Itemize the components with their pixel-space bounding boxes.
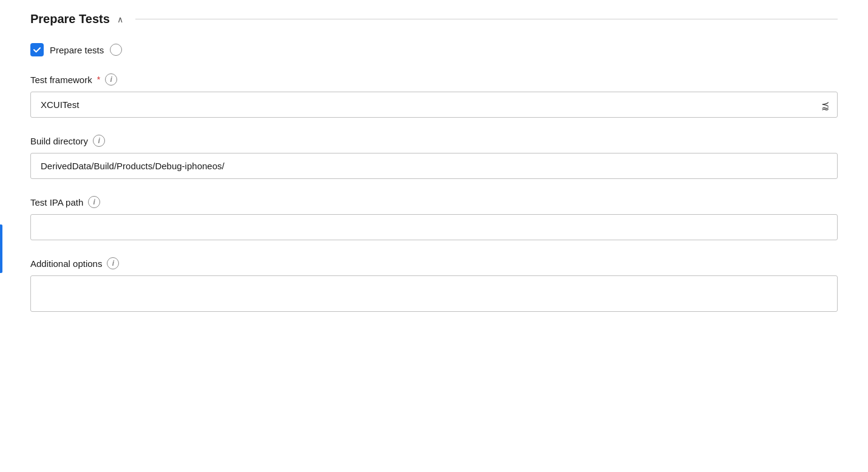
build-directory-input[interactable] [30,153,838,179]
additional-options-label: Additional options [30,258,102,269]
test-framework-label-row: Test framework * i [30,73,838,86]
additional-options-info-icon[interactable]: i [107,257,119,269]
test-ipa-path-input[interactable] [30,214,838,240]
build-directory-field-group: Build directory i [30,135,838,179]
section-header: Prepare Tests ∧ [30,12,838,26]
collapse-icon[interactable]: ∧ [117,15,123,24]
left-accent-bar [0,224,2,273]
build-directory-info-icon[interactable]: i [93,135,105,147]
test-ipa-path-label: Test IPA path [30,197,83,207]
build-directory-label-row: Build directory i [30,135,838,147]
additional-options-input[interactable] [30,275,838,312]
build-directory-label: Build directory [30,136,88,146]
test-framework-info-icon[interactable]: i [105,73,117,86]
test-framework-label: Test framework [30,75,92,85]
additional-options-label-row: Additional options i [30,257,838,269]
prepare-tests-row: Prepare tests [30,43,838,56]
test-ipa-path-label-row: Test IPA path i [30,196,838,208]
test-framework-select-wrapper: XCUITest XCTest Appium ⪷ [30,92,838,118]
prepare-tests-checkbox[interactable] [30,43,44,56]
section-title: Prepare Tests [30,12,110,26]
test-framework-select[interactable]: XCUITest XCTest Appium [30,92,838,118]
section-divider [135,19,838,19]
test-ipa-path-field-group: Test IPA path i [30,196,838,240]
additional-options-field-group: Additional options i [30,257,838,312]
prepare-tests-info-icon[interactable] [110,44,122,56]
prepare-tests-label: Prepare tests [50,45,104,55]
test-framework-field-group: Test framework * i XCUITest XCTest Appiu… [30,73,838,118]
test-framework-required-star: * [97,75,100,84]
test-ipa-path-info-icon[interactable]: i [88,196,100,208]
